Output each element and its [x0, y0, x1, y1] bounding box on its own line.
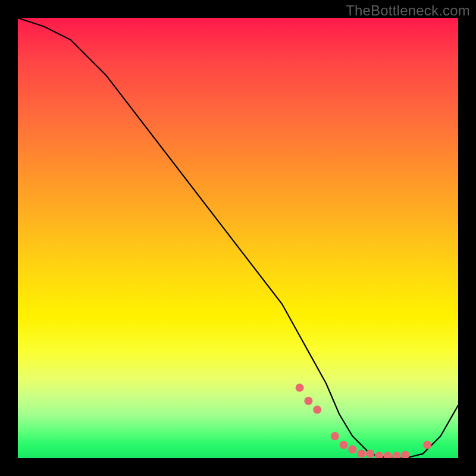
- highlight-dot: [423, 441, 431, 449]
- bottleneck-curve: [18, 18, 458, 458]
- highlight-dot: [340, 441, 348, 449]
- watermark-text: TheBottleneck.com: [346, 2, 470, 19]
- highlight-dot: [348, 445, 356, 453]
- highlight-dot: [392, 452, 400, 458]
- highlight-dot: [366, 450, 374, 458]
- highlight-dot: [384, 452, 392, 458]
- highlight-dot: [401, 451, 409, 458]
- plot-area: [18, 18, 458, 458]
- highlight-dot: [357, 450, 365, 458]
- highlight-dot: [304, 397, 312, 405]
- highlight-dot: [313, 406, 321, 414]
- highlight-dot: [296, 384, 304, 392]
- chart-frame: TheBottleneck.com: [0, 0, 476, 476]
- highlight-dot: [331, 432, 339, 440]
- chart-svg: [18, 18, 458, 458]
- highlight-dot: [375, 452, 383, 458]
